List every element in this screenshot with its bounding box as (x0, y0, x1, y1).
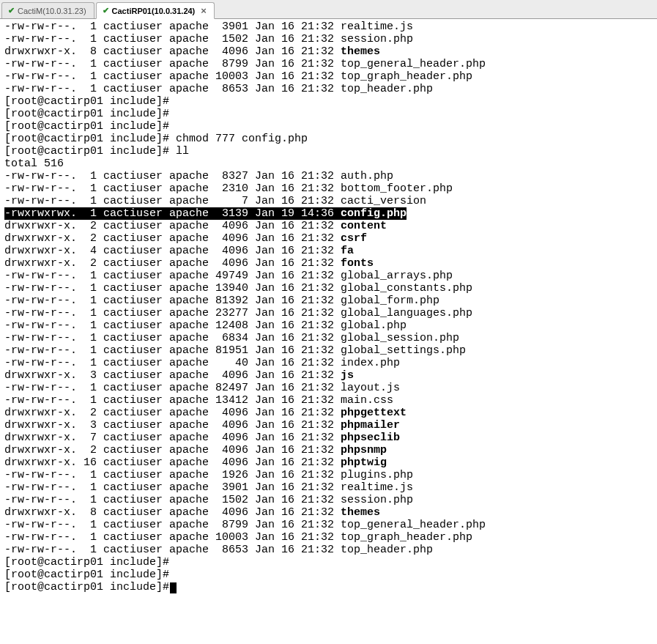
tab-cactirp01[interactable]: ✔ CactiRP01(10.0.31.24) × (96, 2, 215, 19)
terminal-output[interactable]: -rw-rw-r--. 1 cactiuser apache 3901 Jan … (0, 19, 657, 644)
tab-label: CactiM(10.0.31.23) (18, 7, 86, 15)
close-icon[interactable]: × (201, 5, 207, 16)
tab-label: CactiRP01(10.0.31.24) (112, 7, 196, 15)
tab-bar: ✔ CactiM(10.0.31.23) ✔ CactiRP01(10.0.31… (0, 0, 657, 19)
check-icon: ✔ (103, 6, 109, 15)
check-icon: ✔ (8, 6, 15, 15)
tab-cactim[interactable]: ✔ CactiM(10.0.31.23) (1, 2, 94, 18)
